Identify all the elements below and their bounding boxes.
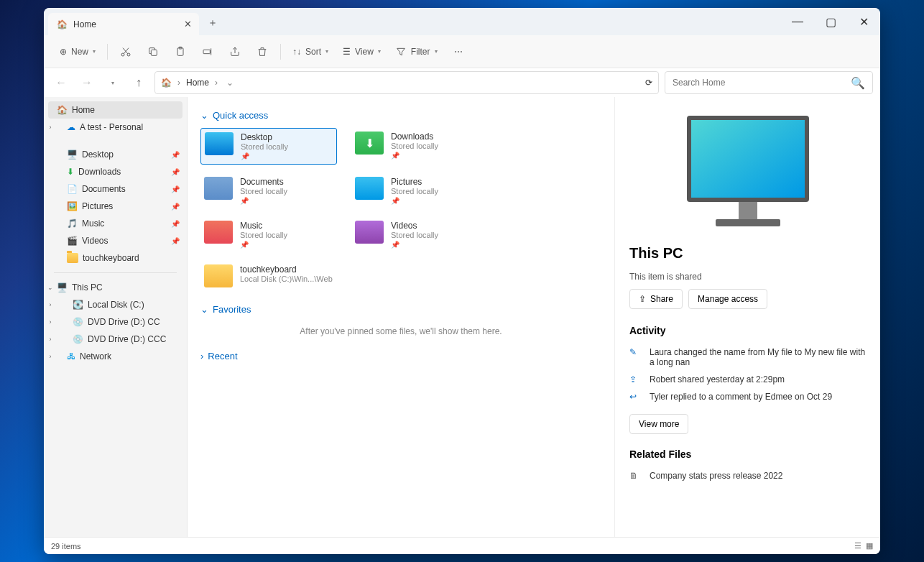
favorites-empty-message: After you've pinned some files, we'll sh…: [200, 326, 601, 336]
sidebar-item-home[interactable]: 🏠Home: [48, 101, 183, 119]
search-box[interactable]: 🔍: [665, 71, 873, 94]
sidebar-label: Pictures: [82, 201, 113, 211]
sidebar-label: A test - Personal: [80, 122, 143, 132]
qa-item-desktop[interactable]: DesktopStored locally📌: [200, 128, 337, 165]
disk-icon: 💽: [73, 300, 83, 310]
sidebar-label: Network: [80, 351, 111, 361]
expand-icon[interactable]: ›: [45, 353, 55, 360]
chevron-down-icon: ⌄: [200, 304, 208, 315]
titlebar: 🏠 Home ✕ ＋ — ▢ ✕: [44, 8, 880, 35]
paste-button[interactable]: [168, 42, 193, 62]
pin-icon: 📌: [171, 185, 180, 193]
forward-button[interactable]: →: [77, 73, 97, 93]
sidebar-item-desktop[interactable]: 🖥️Desktop📌: [44, 146, 187, 163]
qa-name: Downloads: [391, 132, 438, 142]
view-more-button[interactable]: View more: [629, 414, 688, 434]
new-button[interactable]: ⊕ New ▾: [54, 42, 101, 61]
delete-button[interactable]: [250, 42, 274, 62]
sidebar-label: DVD Drive (D:) CC: [88, 317, 160, 327]
dvd-icon: 💿: [73, 317, 83, 327]
maximize-button[interactable]: ▢: [814, 8, 847, 35]
chevron-down-icon: ▾: [378, 48, 381, 55]
filter-button[interactable]: Filter ▾: [389, 42, 443, 62]
status-bar: 29 items ☰ ▦: [44, 537, 880, 554]
sidebar-item-dvd2[interactable]: ›💿DVD Drive (D:) CCC: [44, 331, 187, 348]
sidebar-item-downloads[interactable]: ⬇Downloads📌: [44, 163, 187, 180]
qa-item-documents[interactable]: DocumentsStored locally📌: [200, 173, 337, 208]
sidebar-item-thispc[interactable]: ⌄🖥️This PC: [44, 279, 187, 296]
section-quick-access[interactable]: ⌄Quick access: [200, 110, 601, 121]
manage-access-button[interactable]: Manage access: [688, 289, 767, 309]
pin-icon: 📌: [171, 168, 180, 176]
collapse-icon[interactable]: ⌄: [45, 284, 55, 291]
section-recent[interactable]: ›Recent: [200, 351, 601, 361]
new-tab-button[interactable]: ＋: [199, 11, 226, 35]
back-button[interactable]: ←: [51, 73, 71, 93]
cut-icon: [120, 46, 131, 57]
sidebar-item-touchkeyboard[interactable]: touchkeyboard: [44, 249, 187, 267]
minimize-button[interactable]: —: [781, 8, 814, 35]
sidebar-item-network[interactable]: ›🖧Network: [44, 348, 187, 365]
chevron-down-icon: ▾: [325, 48, 328, 55]
expand-icon[interactable]: ›: [45, 318, 55, 326]
share-icon: ⇪: [639, 294, 646, 304]
rename-activity-icon: ✎: [629, 347, 641, 357]
thumbnails-view-button[interactable]: ▦: [866, 541, 873, 551]
cut-button[interactable]: [114, 42, 138, 62]
qa-name: Pictures: [391, 177, 438, 187]
qa-item-pictures[interactable]: PicturesStored locally📌: [351, 173, 488, 208]
view-label: View: [355, 47, 374, 57]
qa-name: touchkeyboard: [240, 264, 333, 275]
plus-circle-icon: ⊕: [60, 47, 67, 57]
qa-item-music[interactable]: MusicStored locally📌: [200, 217, 337, 252]
recent-locations-button[interactable]: ▾: [103, 73, 123, 93]
share-activity-icon: ⇪: [629, 374, 641, 384]
details-title: This PC: [629, 245, 866, 262]
share-button[interactable]: [223, 42, 247, 62]
related-file-row[interactable]: 🗎Company stats press release 2022: [629, 467, 866, 484]
sidebar-item-music[interactable]: 🎵Music📌: [44, 215, 187, 232]
close-window-button[interactable]: ✕: [847, 8, 880, 35]
qa-item-videos[interactable]: VideosStored locally📌: [351, 217, 488, 252]
sidebar-item-atest[interactable]: ›☁A test - Personal: [44, 119, 187, 136]
view-icon: ☰: [343, 47, 351, 57]
sidebar-item-dvd1[interactable]: ›💿DVD Drive (D:) CC: [44, 313, 187, 331]
separator: [54, 272, 177, 273]
breadcrumb-separator: ›: [177, 78, 180, 88]
up-button[interactable]: ↑: [129, 73, 149, 93]
tab-home[interactable]: 🏠 Home ✕: [48, 13, 199, 35]
qa-name: Desktop: [241, 132, 288, 142]
section-favorites[interactable]: ⌄Favorites: [200, 304, 601, 315]
sidebar-item-localdisk[interactable]: ›💽Local Disk (C:): [44, 296, 187, 313]
address-box[interactable]: 🏠 › Home › ⌄ ⟳: [154, 71, 659, 94]
details-view-button[interactable]: ☰: [854, 541, 861, 551]
sort-icon: ↑↓: [292, 47, 301, 57]
related-files-heading: Related Files: [629, 448, 866, 460]
expand-icon[interactable]: ›: [45, 336, 55, 343]
home-icon: 🏠: [161, 78, 172, 88]
expand-icon[interactable]: ›: [45, 124, 55, 131]
copy-button[interactable]: [141, 42, 165, 62]
filter-label: Filter: [411, 47, 430, 57]
sidebar-item-documents[interactable]: 📄Documents📌: [44, 180, 187, 198]
breadcrumb-location[interactable]: Home: [186, 78, 209, 88]
qa-item-touchkeyboard[interactable]: touchkeyboardLocal Disk (C:)\Win...\Web: [200, 261, 337, 291]
qa-item-downloads[interactable]: ⬇ DownloadsStored locally📌: [351, 128, 488, 165]
view-button[interactable]: ☰ View ▾: [337, 42, 387, 61]
close-tab-icon[interactable]: ✕: [184, 19, 192, 29]
rename-button[interactable]: [195, 42, 220, 62]
section-title: Favorites: [213, 304, 251, 315]
search-input[interactable]: [673, 78, 845, 88]
more-button[interactable]: ⋯: [446, 42, 471, 61]
folder-icon: [67, 253, 78, 263]
share-button[interactable]: ⇪Share: [629, 289, 683, 309]
share-icon: [229, 46, 241, 57]
sort-button[interactable]: ↑↓ Sort ▾: [287, 42, 334, 61]
sidebar-item-pictures[interactable]: 🖼️Pictures📌: [44, 198, 187, 215]
refresh-button[interactable]: ⟳: [645, 78, 652, 88]
expand-icon[interactable]: ›: [45, 301, 55, 308]
address-dropdown-icon[interactable]: ⌄: [226, 78, 234, 88]
sidebar-item-videos[interactable]: 🎬Videos📌: [44, 232, 187, 249]
separator: [107, 44, 108, 60]
monitor-icon: [680, 110, 816, 232]
